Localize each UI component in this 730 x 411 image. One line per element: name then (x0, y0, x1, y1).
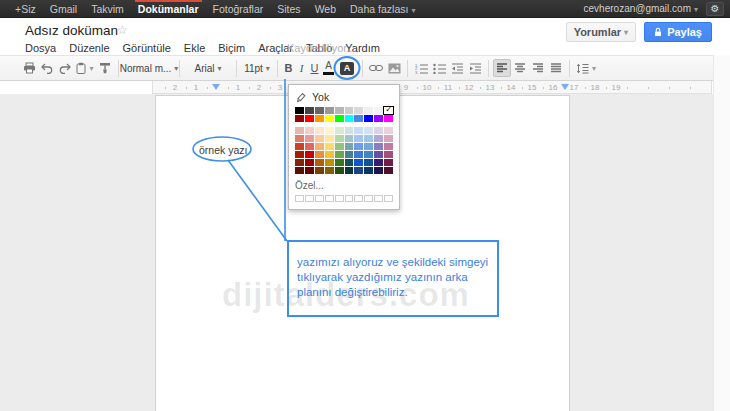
color-swatch[interactable] (384, 115, 393, 122)
color-swatch[interactable] (374, 159, 383, 166)
color-swatch[interactable] (335, 127, 344, 134)
increase-indent-button[interactable] (466, 59, 484, 77)
star-icon[interactable]: ☆ (117, 23, 128, 37)
menu-görüntüle[interactable]: Görüntüle (123, 42, 171, 54)
topbar-link[interactable]: +Siz (8, 0, 43, 17)
custom-color-slot[interactable] (335, 195, 344, 202)
color-swatch[interactable] (364, 151, 373, 158)
color-swatch[interactable] (295, 115, 304, 122)
color-swatch[interactable] (305, 135, 314, 142)
insert-link-button[interactable] (367, 59, 385, 77)
highlight-color-button[interactable]: A (336, 59, 358, 77)
color-swatch[interactable] (315, 115, 324, 122)
align-right-button[interactable] (529, 59, 547, 77)
custom-color-slot[interactable] (384, 195, 393, 202)
color-swatch[interactable] (315, 127, 324, 134)
color-swatch[interactable] (384, 167, 393, 174)
topbar-link[interactable]: Gmail (43, 0, 84, 17)
color-swatch[interactable] (345, 151, 354, 158)
color-swatch[interactable] (345, 107, 354, 114)
color-swatch[interactable] (345, 115, 354, 122)
account-menu[interactable]: cevherozan@gmail.com▾ (584, 3, 698, 14)
color-swatch[interactable] (345, 167, 354, 174)
color-swatch[interactable] (325, 159, 334, 166)
topbar-link[interactable]: Web (308, 0, 343, 17)
color-swatch[interactable] (345, 159, 354, 166)
color-swatch[interactable] (374, 167, 383, 174)
color-swatch[interactable] (354, 107, 363, 114)
color-swatch[interactable] (364, 167, 373, 174)
color-swatch[interactable] (354, 143, 363, 150)
numbered-list-button[interactable]: 1.2.3. (412, 59, 430, 77)
color-swatch[interactable] (335, 115, 344, 122)
topbar-link[interactable]: Dokümanlar (131, 0, 206, 17)
share-button[interactable]: Paylaş (644, 22, 712, 42)
underline-button[interactable]: U (308, 59, 321, 77)
color-swatch[interactable] (305, 127, 314, 134)
color-swatch[interactable] (384, 151, 393, 158)
color-swatch[interactable] (315, 107, 324, 114)
color-swatch[interactable] (335, 159, 344, 166)
color-swatch[interactable] (354, 159, 363, 166)
align-justify-button[interactable] (547, 59, 565, 77)
color-swatch[interactable] (315, 151, 324, 158)
bulleted-list-button[interactable] (430, 59, 448, 77)
custom-color-slot[interactable] (325, 195, 334, 202)
color-swatch[interactable] (374, 151, 383, 158)
color-swatch[interactable] (295, 135, 304, 142)
color-swatch[interactable] (305, 151, 314, 158)
color-swatch[interactable] (325, 127, 334, 134)
color-swatch[interactable] (295, 107, 304, 114)
scrollbar-track[interactable] (713, 55, 730, 411)
color-swatch[interactable] (315, 143, 324, 150)
color-swatch[interactable] (315, 167, 324, 174)
font-size-dropdown[interactable]: 11pt ▾ (241, 59, 273, 77)
color-swatch[interactable] (335, 107, 344, 114)
menu-dosya[interactable]: Dosya (25, 42, 56, 54)
custom-color-slot[interactable] (364, 195, 373, 202)
custom-color-slot[interactable] (345, 195, 354, 202)
italic-button[interactable]: I (295, 59, 308, 77)
style-dropdown[interactable]: Normal m... ▾ (123, 59, 175, 77)
color-swatch[interactable] (335, 167, 344, 174)
color-swatch[interactable] (374, 143, 383, 150)
custom-color-slot[interactable] (305, 195, 314, 202)
color-swatch[interactable] (305, 159, 314, 166)
menu-biçim[interactable]: Biçim (218, 42, 245, 54)
color-swatch[interactable] (295, 151, 304, 158)
color-swatch[interactable] (295, 167, 304, 174)
color-swatch[interactable] (305, 143, 314, 150)
custom-color-slot[interactable] (295, 195, 304, 202)
color-swatch[interactable] (384, 143, 393, 150)
color-swatch[interactable] (364, 159, 373, 166)
color-swatch[interactable] (335, 135, 344, 142)
color-swatch[interactable] (325, 107, 334, 114)
color-swatch[interactable] (345, 143, 354, 150)
align-center-button[interactable] (511, 59, 529, 77)
custom-color-slot[interactable] (354, 195, 363, 202)
right-indent-marker[interactable] (561, 84, 569, 90)
print-button[interactable] (20, 59, 38, 77)
line-spacing-button[interactable]: ▾ (574, 59, 598, 77)
custom-color-slot[interactable] (315, 195, 324, 202)
color-swatch[interactable] (305, 107, 314, 114)
color-swatch[interactable] (354, 151, 363, 158)
menu-düzenle[interactable]: Düzenle (69, 42, 109, 54)
color-swatch[interactable] (335, 143, 344, 150)
gear-icon[interactable]: ⚙ (706, 2, 724, 16)
color-swatch[interactable] (384, 127, 393, 134)
color-swatch[interactable] (295, 143, 304, 150)
color-swatch[interactable] (315, 135, 324, 142)
color-swatch[interactable] (374, 115, 383, 122)
color-swatch[interactable] (315, 159, 324, 166)
custom-color-link[interactable]: Özel... (295, 180, 393, 191)
color-swatch[interactable] (384, 107, 393, 114)
color-swatch[interactable] (325, 115, 334, 122)
color-swatch[interactable] (354, 115, 363, 122)
color-swatch[interactable] (345, 127, 354, 134)
web-clipboard-button[interactable]: ▾ (74, 59, 96, 77)
paint-format-button[interactable] (96, 59, 114, 77)
color-swatch[interactable] (364, 107, 373, 114)
color-swatch[interactable] (354, 135, 363, 142)
left-indent-marker[interactable] (212, 84, 220, 90)
